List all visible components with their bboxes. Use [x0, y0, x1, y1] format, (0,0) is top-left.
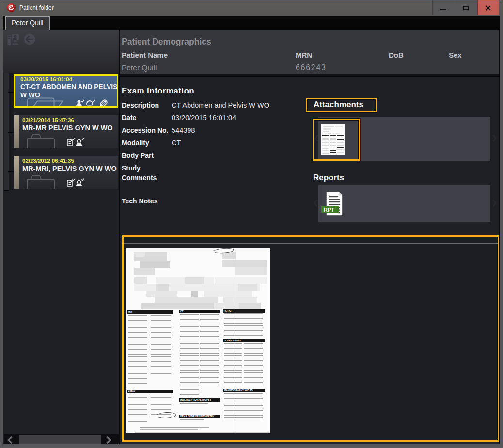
svg-text:RPT: RPT [324, 207, 334, 213]
